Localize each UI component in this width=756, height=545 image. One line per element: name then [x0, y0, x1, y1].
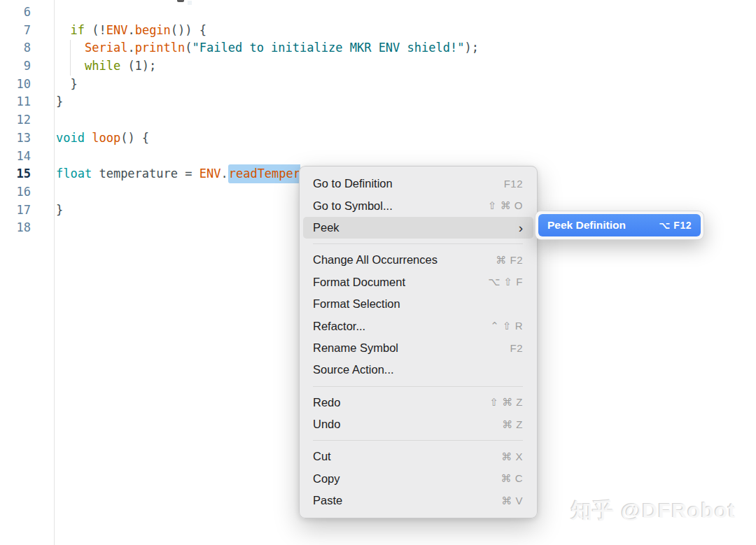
menu-item-go-to-symbol[interactable]: Go to Symbol...⇧ ⌘ O [300, 194, 537, 216]
code-line-6[interactable] [55, 3, 756, 22]
code-token: } [56, 203, 63, 217]
menu-item-peek[interactable]: Peek› [303, 217, 533, 239]
code-line-12[interactable] [55, 111, 756, 129]
code-line-13[interactable]: void loop() { [55, 129, 756, 148]
menu-item-change-all-occurrences[interactable]: Change All Occurrences⌘ F2 [300, 249, 537, 271]
code-line-11[interactable]: } [55, 93, 756, 111]
code-token: ); [464, 41, 478, 55]
menu-separator [313, 386, 523, 387]
menu-item-source-action[interactable]: Source Action... [300, 359, 537, 381]
watermark: 知乎 @DFRobot [571, 497, 736, 525]
menu-item-undo[interactable]: Undo⌘ Z [300, 413, 537, 435]
code-token: (1); [120, 59, 156, 73]
menu-item-shortcut: ⌃ ⇧ R [490, 320, 523, 332]
code-token: ( [185, 41, 192, 55]
gutter[interactable]: 6789101112131415161718 [0, 0, 55, 545]
menu-item-shortcut: ⌥ F12 [659, 220, 692, 231]
line-number-13[interactable]: 13 [0, 129, 54, 148]
line-number-17[interactable]: 17 [0, 201, 54, 220]
code-line-14[interactable] [55, 148, 756, 166]
code-token: if [70, 23, 84, 37]
menu-item-paste[interactable]: Paste⌘ V [300, 490, 537, 511]
line-number-9[interactable]: 9 [0, 57, 54, 76]
menu-item-label: Go to Definition [313, 177, 504, 190]
menu-item-label: Cut [313, 450, 501, 463]
code-token: ()) { [171, 23, 206, 37]
menu-item-shortcut: ⌘ C [501, 472, 524, 485]
menu-item-refactor[interactable]: Refactor...⌃ ⇧ R [300, 315, 537, 337]
menu-item-label: Format Document [313, 276, 488, 289]
menu-item-label: Go to Symbol... [313, 199, 488, 213]
clipped-line5-fragment [177, 0, 184, 2]
menu-item-label: Source Action... [313, 363, 523, 376]
menu-item-label: Change All Occurrences [313, 253, 496, 267]
menu-item-shortcut: ⌘ F2 [496, 254, 523, 267]
code-line-10[interactable]: } [55, 76, 756, 94]
menu-item-format-document[interactable]: Format Document⌥ ⇧ F [300, 271, 537, 293]
line-number-11[interactable]: 11 [0, 93, 54, 111]
code-token: float [56, 167, 92, 181]
line-number-16[interactable]: 16 [0, 183, 54, 201]
menu-item-format-selection[interactable]: Format Selection [300, 293, 537, 315]
menu-item-label: Redo [313, 396, 489, 409]
menu-item-label: Refactor... [313, 320, 490, 333]
code-token: . [220, 167, 227, 181]
menu-item-label: Paste [313, 494, 501, 507]
menu-item-label: Copy [313, 472, 501, 486]
peek-submenu: Peek Definition ⌥ F12 [535, 211, 704, 240]
menu-item-peek-definition[interactable]: Peek Definition ⌥ F12 [538, 214, 701, 236]
menu-separator [313, 440, 523, 441]
line-number-6[interactable]: 6 [0, 3, 54, 22]
menu-item-label: Format Selection [313, 297, 523, 311]
line-number-15[interactable]: 15 [0, 165, 54, 183]
code-token: void [56, 131, 85, 145]
code-token: . [127, 23, 134, 37]
menu-item-label: Peek [313, 221, 519, 234]
code-token: () { [120, 131, 149, 145]
code-line-8[interactable]: Serial.println("Failed to initialize MKR… [55, 39, 756, 57]
code-token: ENV [106, 23, 128, 37]
code-line-7[interactable]: if (!ENV.begin()) { [55, 22, 756, 40]
clipped-line5-fragment [188, 1, 192, 5]
indent-guide [70, 40, 71, 76]
code-token: (! [85, 23, 106, 37]
line-number-10[interactable]: 10 [0, 76, 54, 94]
line-number-8[interactable]: 8 [0, 39, 54, 57]
code-token [85, 131, 92, 145]
selected-word: readTemper [228, 164, 300, 183]
menu-item-shortcut: F12 [504, 178, 523, 190]
menu-item-redo[interactable]: Redo⇧ ⌘ Z [300, 392, 537, 413]
context-menu: Go to DefinitionF12Go to Symbol...⇧ ⌘ OP… [299, 166, 538, 518]
code-token [56, 23, 70, 37]
line-number-7[interactable]: 7 [0, 22, 54, 40]
menu-item-shortcut: ⌥ ⇧ F [488, 276, 523, 288]
code-token: Serial [85, 41, 127, 55]
code-token: loop [92, 131, 120, 145]
code-token: } [56, 94, 63, 108]
menu-item-rename-symbol[interactable]: Rename SymbolF2 [300, 337, 537, 359]
menu-item-copy[interactable]: Copy⌘ C [300, 468, 537, 490]
code-token: temperature = [92, 167, 200, 181]
menu-item-shortcut: F2 [510, 342, 523, 354]
line-number-12[interactable]: 12 [0, 111, 54, 129]
menu-item-shortcut: ⌘ Z [502, 418, 523, 431]
code-token: begin [135, 23, 171, 37]
code-line-9[interactable]: while (1); [55, 57, 756, 76]
line-number-14[interactable]: 14 [0, 148, 54, 166]
code-token: while [85, 59, 120, 73]
menu-item-go-to-definition[interactable]: Go to DefinitionF12 [300, 173, 537, 194]
code-token: "Failed to initialize MKR ENV shield!" [192, 41, 465, 55]
menu-item-label: Undo [313, 418, 502, 431]
menu-item-cut[interactable]: Cut⌘ X [300, 446, 537, 467]
code-token: . [127, 41, 134, 55]
menu-item-shortcut: ⇧ ⌘ Z [489, 396, 523, 409]
code-token: ENV [200, 167, 221, 181]
code-token: println [135, 41, 186, 55]
editor-window: 6789101112131415161718 if (!ENV.begin())… [0, 0, 756, 545]
menu-item-label: Rename Symbol [313, 341, 510, 355]
submenu-chevron-icon: › [519, 221, 523, 234]
code-token: } [56, 77, 78, 91]
menu-item-shortcut: ⌘ X [501, 451, 523, 463]
menu-separator [313, 243, 523, 244]
line-number-18[interactable]: 18 [0, 219, 54, 237]
